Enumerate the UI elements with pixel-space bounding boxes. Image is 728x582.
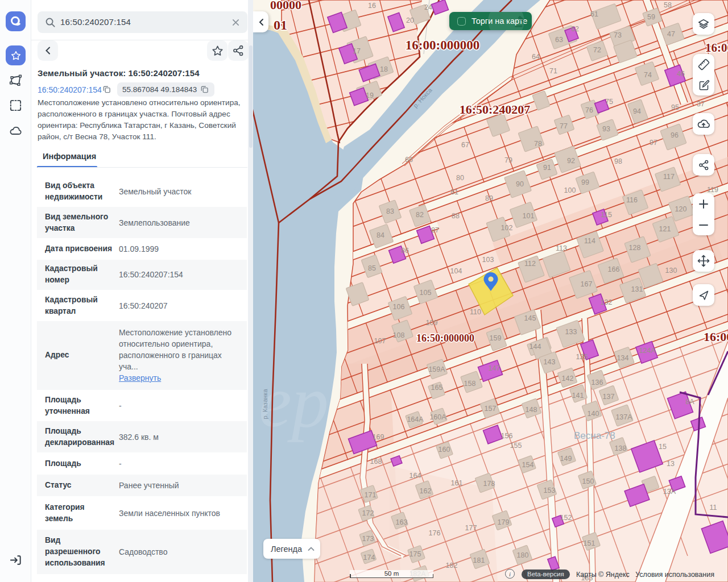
svg-text:66: 66	[405, 156, 413, 164]
svg-text:108: 108	[393, 331, 405, 339]
svg-text:128: 128	[629, 244, 641, 252]
svg-text:161: 161	[451, 479, 463, 487]
svg-text:130: 130	[665, 267, 677, 275]
svg-text:101: 101	[523, 212, 535, 220]
svg-text:112: 112	[524, 260, 536, 268]
svg-text:77: 77	[560, 122, 568, 130]
svg-text:90: 90	[516, 180, 524, 188]
svg-text:93: 93	[602, 125, 610, 133]
svg-text:8A: 8A	[685, 398, 694, 406]
svg-text:131: 131	[631, 285, 643, 293]
svg-text:154: 154	[522, 461, 534, 469]
svg-text:16:00: 16:00	[704, 330, 728, 344]
svg-text:172: 172	[362, 509, 374, 517]
svg-text:157: 157	[485, 405, 497, 413]
svg-text:165: 165	[431, 384, 443, 392]
svg-text:85: 85	[368, 264, 376, 272]
svg-text:169: 169	[373, 433, 384, 441]
svg-text:177: 177	[465, 524, 477, 532]
svg-text:64: 64	[532, 53, 540, 61]
svg-text:179: 179	[498, 518, 510, 526]
svg-text:95: 95	[671, 103, 679, 111]
svg-text:80: 80	[456, 174, 464, 182]
svg-text:24: 24	[424, 3, 432, 11]
svg-text:109: 109	[426, 319, 438, 327]
svg-text:137A: 137A	[615, 413, 632, 421]
svg-text:134: 134	[617, 354, 629, 362]
svg-text:83: 83	[386, 207, 394, 215]
svg-text:37: 37	[697, 100, 705, 108]
svg-text:135: 135	[576, 353, 588, 361]
svg-text:75: 75	[605, 98, 613, 106]
svg-text:159A: 159A	[428, 365, 445, 373]
svg-text:160A: 160A	[429, 413, 446, 421]
svg-text:168: 168	[370, 458, 382, 465]
svg-text:175: 175	[410, 550, 421, 558]
svg-text:99: 99	[581, 178, 589, 186]
svg-text:166: 166	[608, 265, 620, 273]
svg-text:150: 150	[582, 477, 594, 485]
svg-text:67: 67	[461, 141, 469, 149]
svg-text:117: 117	[663, 173, 675, 181]
svg-text:18: 18	[380, 65, 388, 73]
svg-text:132: 132	[601, 298, 613, 306]
svg-text:142: 142	[562, 375, 574, 383]
svg-text:01: 01	[274, 18, 287, 32]
svg-text:164A: 164A	[407, 415, 424, 423]
svg-text:156: 156	[501, 432, 513, 440]
svg-text:17: 17	[353, 47, 361, 55]
svg-text:11: 11	[710, 504, 717, 512]
svg-text:141: 141	[572, 392, 584, 400]
svg-text:137: 137	[603, 393, 615, 401]
svg-text:149: 149	[560, 455, 572, 463]
svg-text:176: 176	[429, 529, 441, 537]
svg-text:73: 73	[614, 31, 622, 39]
svg-text:113: 113	[556, 244, 567, 252]
svg-text:87: 87	[431, 226, 439, 234]
svg-text:19: 19	[366, 92, 374, 99]
svg-text:76: 76	[585, 106, 593, 114]
svg-text:158: 158	[464, 380, 476, 388]
svg-text:160: 160	[439, 446, 450, 454]
svg-text:84: 84	[377, 231, 384, 239]
svg-text:82: 82	[416, 211, 424, 219]
svg-text:145: 145	[524, 314, 536, 322]
svg-text:152: 152	[560, 514, 572, 522]
svg-text:62: 62	[571, 25, 579, 33]
svg-text:153: 153	[544, 487, 556, 494]
svg-text:143: 143	[544, 358, 556, 366]
svg-text:124A: 124A	[639, 347, 656, 355]
svg-text:106: 106	[393, 303, 405, 311]
svg-text:13A: 13A	[663, 488, 676, 496]
svg-text:88: 88	[452, 212, 460, 220]
svg-text:174: 174	[363, 554, 375, 562]
svg-text:ер: ер	[259, 360, 329, 442]
svg-text:116: 116	[626, 196, 638, 204]
svg-text:79: 79	[504, 156, 512, 164]
svg-text:110: 110	[470, 308, 481, 316]
svg-text:182: 182	[446, 562, 458, 569]
svg-text:16:50:240207: 16:50:240207	[460, 102, 531, 117]
svg-text:155: 155	[510, 442, 522, 450]
svg-text:119: 119	[707, 186, 718, 194]
svg-text:151: 151	[584, 539, 595, 547]
svg-text:71: 71	[549, 67, 557, 75]
svg-text:164: 164	[410, 472, 421, 480]
svg-text:16:00:000000: 16:00:000000	[406, 38, 479, 52]
svg-text:74: 74	[644, 71, 652, 79]
svg-text:16:50:000000: 16:50:000000	[416, 332, 474, 344]
svg-text:16: 16	[368, 2, 376, 10]
svg-text:47: 47	[667, 30, 675, 38]
svg-text:144: 144	[530, 343, 541, 351]
svg-text:114: 114	[584, 237, 595, 245]
svg-text:20: 20	[406, 16, 414, 24]
svg-text:78: 78	[534, 140, 542, 148]
svg-text:107: 107	[374, 337, 386, 345]
svg-text:121: 121	[659, 225, 671, 233]
svg-text:00000: 00000	[270, 0, 301, 12]
svg-text:Весна-78: Весна-78	[574, 430, 615, 441]
svg-text:р. Казанка: р. Казанка	[262, 389, 268, 419]
svg-text:13: 13	[667, 460, 675, 468]
svg-text:162: 162	[420, 487, 432, 495]
svg-text:63: 63	[555, 36, 563, 44]
